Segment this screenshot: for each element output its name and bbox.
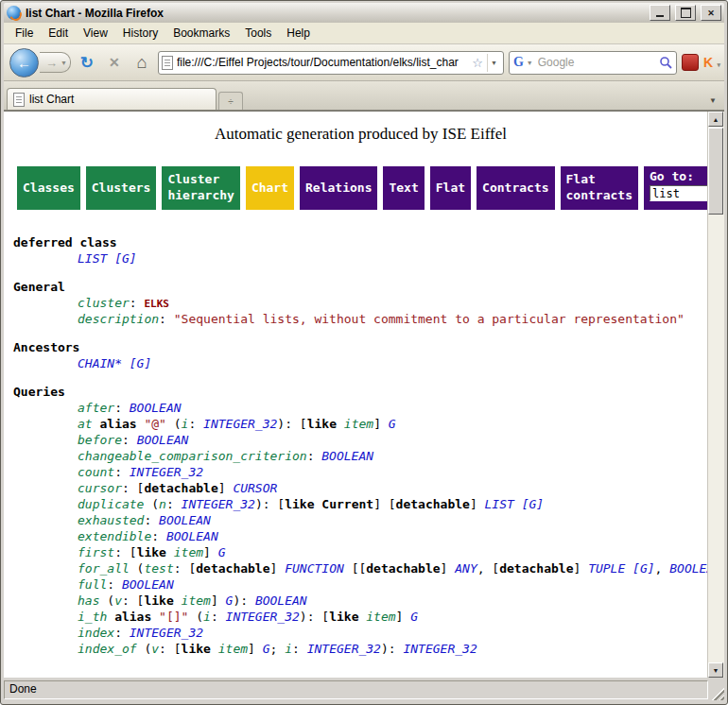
class-link[interactable]: INTEGER_32 [182,497,255,511]
class-link[interactable]: G [218,545,226,559]
bookmark-star-icon[interactable]: ☆ [472,56,483,70]
url-dropdown-icon[interactable]: ▼ [487,54,500,72]
class-link[interactable]: BOOLEAN [255,593,307,608]
class-link[interactable]: INTEGER_32 [226,610,300,624]
search-magnifier-icon[interactable] [659,56,672,69]
class-link[interactable]: BOOLEAN [130,401,182,415]
class-link[interactable]: [G] [130,356,151,370]
class-link[interactable]: BOOLEAN [122,577,174,592]
menu-history[interactable]: History [115,24,165,43]
search-engine-dropdown-icon[interactable]: ▼ [527,60,533,66]
list-all-tabs-button[interactable]: ▼ [704,91,721,110]
nav-button-cluster-hierarchy[interactable]: Cluster hierarchy [162,166,239,210]
class-link[interactable]: INTEGER_32 [403,642,477,656]
code-text: ( [130,561,145,576]
class-link[interactable]: G [263,642,270,656]
code-text: : [151,529,166,543]
scrollbar-thumb[interactable] [708,128,723,215]
forward-button[interactable]: →▼ [40,52,71,73]
code-text: like [329,610,358,624]
class-link[interactable]: G [389,417,396,431]
class-link[interactable]: LIST [485,497,514,511]
back-button[interactable]: ← [9,48,39,77]
class-link[interactable]: INTEGER_32 [130,626,203,640]
class-link[interactable]: [G] [114,251,136,266]
code-text: ( [137,642,152,656]
browser-viewport: Automatic generation produced by ISE Eif… [4,111,724,678]
code-text: exhausted [78,513,144,527]
minimize-button[interactable] [650,5,670,21]
class-link[interactable]: BOOLEAN [159,513,211,527]
code-line [13,327,708,339]
class-link[interactable]: CURSOR [233,481,277,495]
class-link[interactable]: [G] [522,497,544,511]
code-line: before: BOOLEAN [13,432,708,448]
code-text: General [13,280,65,294]
code-text: Queries [13,385,65,399]
maximize-button[interactable] [675,5,696,21]
vertical-scrollbar[interactable]: ▲ ▼ [707,112,724,678]
stop-button[interactable]: ✕ [103,51,126,74]
class-link[interactable]: BOOLEAN [137,433,189,447]
class-link[interactable]: ANY [455,561,477,576]
tab-list-chart[interactable]: list Chart [7,88,217,110]
nav-button-chart[interactable]: Chart [246,166,294,210]
code-line: index: INTEGER_32 [13,625,708,641]
class-link[interactable]: CHAIN* [78,356,122,370]
home-button[interactable]: ⌂ [130,51,153,74]
resize-grip-icon[interactable] [710,686,724,700]
code-line [13,267,708,279]
nav-button-flat[interactable]: Flat [430,166,471,210]
code-line: duplicate (n: INTEGER_32): [like Current… [13,496,708,512]
close-button[interactable]: ✕ [701,5,721,21]
class-link[interactable]: INTEGER_32 [130,465,203,479]
forward-history-dropdown-icon[interactable]: ▼ [61,60,67,66]
code-line: LIST [G] [13,250,708,267]
search-input[interactable] [536,55,656,70]
class-link[interactable]: TUPLE [588,561,625,576]
menu-view[interactable]: View [76,24,115,43]
refresh-button[interactable]: ↻ [76,51,98,74]
menu-tools[interactable]: Tools [237,24,279,43]
code-text: ] [248,642,263,656]
scroll-down-button[interactable]: ▼ [708,662,723,678]
nav-button-relations[interactable]: Relations [300,166,377,210]
scroll-up-button[interactable]: ▲ [708,112,723,127]
extension-k-icon[interactable]: K [703,55,719,70]
code-text: detachable [144,481,217,495]
nav-button-text[interactable]: Text [383,166,424,210]
code-text: like [285,497,314,511]
code-text: ] [396,610,411,624]
menu-help[interactable]: Help [279,24,318,43]
url-input[interactable] [177,56,468,69]
code-text: : [307,449,322,463]
menu-edit[interactable]: Edit [41,24,76,43]
class-link[interactable]: INTEGER_32 [307,642,381,656]
nav-button-contracts[interactable]: Contracts [477,166,554,210]
nav-button-clusters[interactable]: Clusters [86,166,157,210]
class-link[interactable]: FUNCTION [285,561,344,576]
nav-button-classes[interactable]: Classes [17,166,80,210]
code-text: : [114,465,130,479]
class-link[interactable]: LIST [78,251,107,266]
class-link[interactable]: [G] [633,561,654,576]
class-link[interactable]: INTEGER_32 [203,417,277,431]
new-tab-stub[interactable]: ÷ [218,92,243,110]
code-text [514,497,522,511]
extension-red-icon[interactable] [682,54,699,71]
page-content: Automatic generation produced by ISE Eif… [4,112,708,678]
goto-input[interactable] [650,185,708,201]
nav-button-flat-contracts[interactable]: Flat contracts [561,166,638,210]
titlebar[interactable]: list Chart - Mozilla Firefox ✕ [4,3,724,23]
class-link[interactable]: G [410,610,418,624]
code-line: description: "Sequential lists, without … [13,311,708,327]
menu-file[interactable]: File [8,24,41,43]
search-bar[interactable]: G ▼ [509,51,677,75]
code-text: ; [270,642,286,656]
class-link[interactable]: BOOLEAN [321,449,373,463]
class-link[interactable]: BOOLEAN [669,561,708,576]
menu-bookmarks[interactable]: Bookmarks [165,24,237,43]
address-bar[interactable]: ☆ ▼ [158,51,504,75]
google-logo-icon[interactable]: G [513,55,524,70]
class-link[interactable]: BOOLEAN [166,529,218,543]
